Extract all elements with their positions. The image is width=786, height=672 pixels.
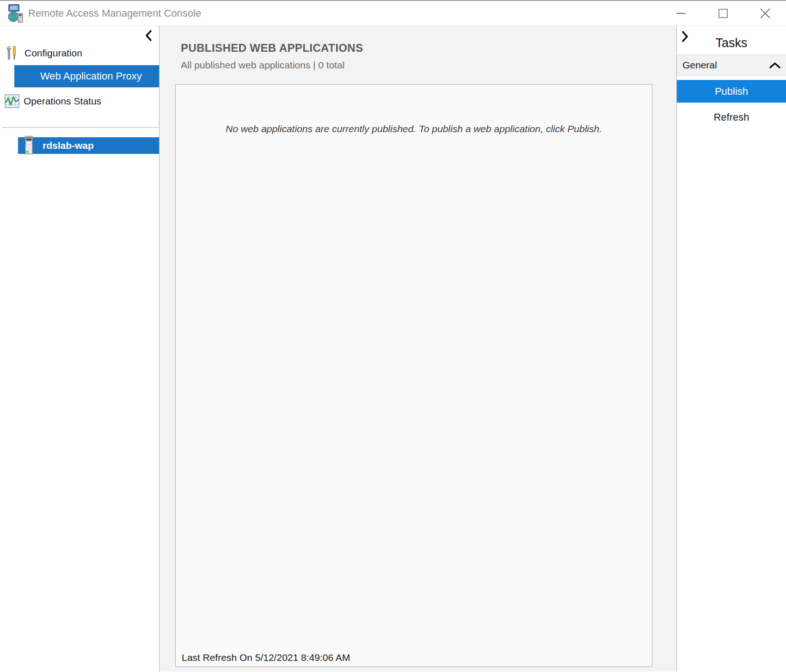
sidebar-collapse-button[interactable]: [144, 30, 154, 42]
sidebar-item-label: Operations Status: [24, 96, 101, 107]
tasks-title: Tasks: [677, 36, 786, 50]
minimize-button[interactable]: [660, 1, 702, 25]
navigation-sidebar: Configuration Web Application Proxy Oper…: [0, 26, 160, 672]
chevron-left-icon: [144, 30, 153, 42]
chart-icon: [5, 93, 19, 109]
sidebar-divider: [2, 127, 159, 128]
title-bar: Remote Access Management Console: [0, 1, 786, 26]
tools-icon: [6, 45, 20, 61]
sidebar-item-configuration[interactable]: Configuration: [6, 45, 159, 61]
remote-access-console-window: Remote Access Management Console: [0, 0, 786, 672]
close-button[interactable]: [744, 1, 786, 25]
maximize-button[interactable]: [702, 1, 744, 25]
page-title: PUBLISHED WEB APPLICATIONS: [181, 42, 363, 55]
page-subtitle: All published web applications | 0 total: [181, 60, 345, 71]
task-refresh-button[interactable]: Refresh: [677, 110, 786, 125]
server-item-rdslab-wap[interactable]: rdslab-wap: [18, 137, 159, 154]
last-refresh-status: Last Refresh On 5/12/2021 8:49:06 AM: [182, 652, 350, 663]
empty-state-message: No web applications are currently publis…: [176, 123, 652, 134]
close-icon: [759, 7, 771, 19]
app-icon: [7, 4, 24, 23]
chevron-up-icon: [769, 62, 780, 69]
window-title: Remote Access Management Console: [28, 7, 201, 19]
tasks-panel: Tasks General Publish Refresh: [676, 26, 786, 672]
task-label: Refresh: [713, 111, 749, 123]
content-row: Configuration Web Application Proxy Oper…: [0, 26, 786, 672]
minimize-icon: [675, 8, 687, 19]
task-label: Publish: [715, 86, 748, 98]
tasks-section-general[interactable]: General: [677, 55, 786, 76]
sidebar-item-label: Web Application Proxy: [40, 70, 142, 82]
task-publish-button[interactable]: Publish: [677, 80, 786, 103]
server-icon: [25, 136, 33, 154]
server-item-label: rdslab-wap: [43, 140, 94, 151]
main-panel: PUBLISHED WEB APPLICATIONS All published…: [160, 26, 676, 672]
sidebar-item-operations-status[interactable]: Operations Status: [5, 93, 159, 109]
window-controls: [660, 1, 786, 25]
maximize-icon: [718, 8, 729, 19]
published-applications-list: No web applications are currently publis…: [175, 84, 652, 667]
tasks-section-label: General: [682, 60, 717, 71]
sidebar-item-web-application-proxy[interactable]: Web Application Proxy: [14, 65, 159, 87]
sidebar-item-label: Configuration: [25, 48, 82, 59]
